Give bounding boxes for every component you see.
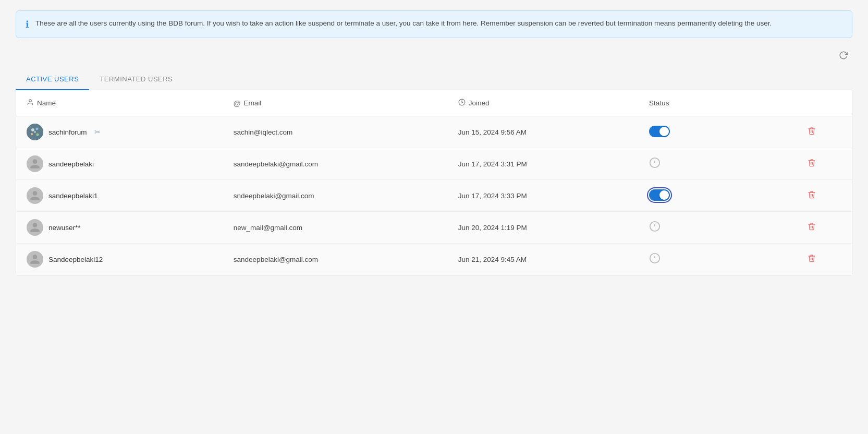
joined-cell: Jun 17, 2024 3:33 PM xyxy=(448,180,639,212)
info-icon: ℹ xyxy=(26,19,29,30)
joined-cell: Jun 21, 2024 9:45 AM xyxy=(448,244,639,275)
joined-cell: Jun 17, 2024 3:31 PM xyxy=(448,148,639,180)
action-cell xyxy=(772,212,852,244)
name-cell: newuser** xyxy=(16,212,223,244)
svg-point-0 xyxy=(29,100,32,102)
name-cell: Sandeepbelaki12 xyxy=(16,244,223,275)
table-row: newuser** new_mail@gmail.com Jun 20, 202… xyxy=(16,212,852,244)
avatar xyxy=(27,219,43,236)
col-header-email: @ Email xyxy=(223,90,448,116)
email-cell: sachin@iqlect.com xyxy=(223,116,448,148)
action-cell xyxy=(772,180,852,212)
avatar xyxy=(27,187,43,204)
delete-button[interactable] xyxy=(803,252,820,267)
user-name: newuser** xyxy=(48,224,81,232)
col-header-status: Status xyxy=(639,90,772,116)
status-toggle[interactable] xyxy=(649,189,670,201)
delete-button[interactable] xyxy=(803,125,820,140)
refresh-button[interactable] xyxy=(835,49,852,65)
table-row: sachinforum ✂ sachin@iqlect.com Jun 15, … xyxy=(16,116,852,148)
status-cell xyxy=(639,212,772,244)
name-cell: sachinforum ✂ xyxy=(16,116,223,148)
name-cell: sandeepbelaki1 xyxy=(16,180,223,212)
at-icon: @ xyxy=(234,99,241,107)
user-joined: Jun 20, 2024 1:19 PM xyxy=(458,224,527,232)
status-cell xyxy=(639,180,772,212)
status-cell xyxy=(639,244,772,275)
name-cell: sandeepbelaki xyxy=(16,148,223,180)
tab-active-users[interactable]: ACTIVE USERS xyxy=(16,69,89,90)
joined-cell: Jun 20, 2024 1:19 PM xyxy=(448,212,639,244)
col-header-name: Name xyxy=(16,90,223,116)
email-cell: sandeepbelaki@gmail.com xyxy=(223,148,448,180)
svg-point-5 xyxy=(31,133,33,135)
users-table: Name @ Email xyxy=(16,90,852,275)
status-warning-icon[interactable] xyxy=(649,159,661,171)
status-cell xyxy=(639,148,772,180)
email-cell: sandeepbelaki@gmail.com xyxy=(223,244,448,275)
col-header-action xyxy=(772,90,852,116)
user-email: sandeepbelaki@gmail.com xyxy=(234,160,318,168)
user-email: sandeepbelaki@gmail.com xyxy=(234,256,318,263)
table-row: sandeepbelaki sandeepbelaki@gmail.com Ju… xyxy=(16,148,852,180)
page-wrapper: ℹ These are all the users currently usin… xyxy=(0,0,868,434)
user-email: sachin@iqlect.com xyxy=(234,128,293,136)
delete-button[interactable] xyxy=(803,156,820,172)
user-joined: Jun 17, 2024 3:33 PM xyxy=(458,192,527,200)
person-icon xyxy=(27,99,34,107)
svg-point-6 xyxy=(36,134,39,136)
users-table-container: Name @ Email xyxy=(16,90,852,275)
delete-button[interactable] xyxy=(803,220,820,235)
avatar xyxy=(27,155,43,172)
email-cell: new_mail@gmail.com xyxy=(223,212,448,244)
tab-terminated-users[interactable]: TERMINATED USERS xyxy=(89,69,183,90)
col-header-joined: Joined xyxy=(448,90,639,116)
user-name: sandeepbelaki1 xyxy=(48,192,98,200)
avatar xyxy=(27,251,43,268)
admin-icon: ✂ xyxy=(94,128,101,136)
email-cell: sndeepbelaki@gmail.com xyxy=(223,180,448,212)
user-joined: Jun 15, 2024 9:56 AM xyxy=(458,128,527,136)
info-text: These are all the users currently using … xyxy=(35,18,772,29)
user-email: new_mail@gmail.com xyxy=(234,224,302,232)
top-right-actions xyxy=(16,49,852,65)
info-banner: ℹ These are all the users currently usin… xyxy=(16,10,852,38)
svg-point-7 xyxy=(34,131,36,133)
svg-point-4 xyxy=(36,128,39,130)
status-cell xyxy=(639,116,772,148)
user-email: sndeepbelaki@gmail.com xyxy=(234,192,314,200)
action-cell xyxy=(772,116,852,148)
user-joined: Jun 21, 2024 9:45 AM xyxy=(458,256,527,263)
delete-button[interactable] xyxy=(803,188,820,203)
svg-point-3 xyxy=(31,128,34,131)
action-cell xyxy=(772,244,852,275)
joined-cell: Jun 15, 2024 9:56 AM xyxy=(448,116,639,148)
tabs: ACTIVE USERS TERMINATED USERS xyxy=(16,69,852,90)
user-name: sandeepbelaki xyxy=(48,160,94,168)
avatar xyxy=(27,124,43,140)
user-joined: Jun 17, 2024 3:31 PM xyxy=(458,160,527,168)
table-row: Sandeepbelaki12 sandeepbelaki@gmail.com … xyxy=(16,244,852,275)
status-toggle[interactable] xyxy=(649,126,670,137)
user-name: sachinforum xyxy=(48,128,87,136)
table-header-row: Name @ Email xyxy=(16,90,852,116)
action-cell xyxy=(772,148,852,180)
table-row: sandeepbelaki1 sndeepbelaki@gmail.com Ju… xyxy=(16,180,852,212)
status-warning-icon[interactable] xyxy=(649,255,661,266)
clock-icon xyxy=(458,99,466,107)
status-warning-icon[interactable] xyxy=(649,223,661,234)
user-name: Sandeepbelaki12 xyxy=(48,256,103,263)
